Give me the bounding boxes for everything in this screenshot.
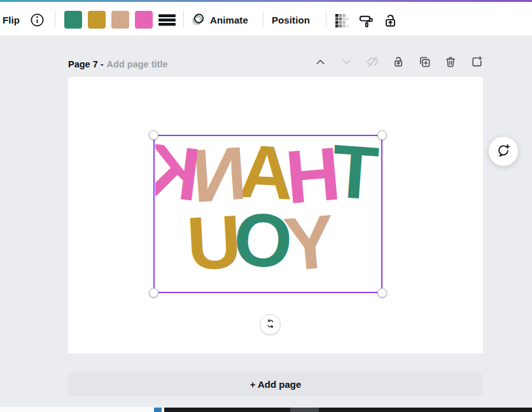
color-swatch[interactable] bbox=[111, 11, 129, 29]
add-page-icon bbox=[470, 55, 484, 71]
add-page-button[interactable]: + Add page bbox=[68, 373, 483, 396]
add-page-icon-button[interactable] bbox=[470, 57, 483, 69]
comment-add-icon bbox=[496, 143, 511, 160]
background-window-segment bbox=[290, 408, 319, 412]
artwork-letter: Y bbox=[290, 206, 338, 279]
page-header: Page 7 - Add page title bbox=[68, 56, 483, 72]
info-button[interactable] bbox=[29, 12, 45, 28]
info-icon bbox=[30, 13, 45, 27]
eye-off-icon bbox=[366, 55, 379, 71]
move-page-down-button[interactable] bbox=[340, 57, 353, 69]
page-number-label: Page 7 - bbox=[68, 59, 104, 69]
flip-button[interactable]: Flip bbox=[3, 11, 20, 29]
toolbar-divider bbox=[263, 10, 263, 28]
trash-icon bbox=[444, 55, 457, 71]
rotate-handle[interactable] bbox=[260, 314, 281, 335]
resize-handle-bottom-left[interactable] bbox=[149, 288, 158, 298]
paint-roller-icon bbox=[358, 13, 374, 29]
lock-open-icon bbox=[392, 55, 405, 71]
flip-button-label: Flip bbox=[3, 15, 20, 25]
background-window-bar bbox=[164, 408, 532, 412]
lock-page-button[interactable] bbox=[392, 57, 405, 69]
toolbar-divider bbox=[326, 10, 326, 28]
position-button[interactable]: Position bbox=[272, 11, 310, 29]
toolbar-divider bbox=[55, 10, 55, 28]
animate-button-label: Animate bbox=[210, 15, 248, 25]
selected-element[interactable]: THANK YOU bbox=[153, 135, 382, 293]
add-comment-button[interactable] bbox=[489, 137, 518, 166]
toolbar-divider bbox=[183, 10, 184, 28]
color-swatch[interactable] bbox=[88, 11, 106, 29]
page-title-input[interactable]: Add page title bbox=[107, 59, 168, 69]
artwork-letter: U bbox=[193, 207, 243, 278]
color-swatch[interactable] bbox=[135, 11, 153, 29]
resize-handle-top-right[interactable] bbox=[377, 130, 387, 140]
animate-button[interactable]: Animate bbox=[190, 10, 248, 29]
rotate-icon bbox=[265, 318, 276, 331]
artwork-letter: K bbox=[155, 137, 204, 210]
duplicate-page-icon bbox=[418, 55, 431, 71]
artwork-line2: YOU bbox=[155, 208, 381, 278]
delete-page-button[interactable] bbox=[444, 57, 457, 69]
canva-editor: Flip bbox=[0, 0, 532, 412]
paint-roller-button[interactable] bbox=[358, 13, 374, 29]
artwork-line1: THANK bbox=[155, 137, 381, 208]
element-toolbar: Flip bbox=[0, 2, 532, 36]
color-swatch[interactable] bbox=[64, 11, 82, 29]
page-controls bbox=[314, 57, 483, 69]
position-button-label: Position bbox=[272, 15, 310, 25]
artwork-letter: O bbox=[239, 204, 295, 277]
thank-you-artwork: THANK YOU bbox=[155, 137, 381, 291]
stroke-weight-icon bbox=[158, 13, 176, 27]
artwork-letter: T bbox=[337, 137, 381, 209]
chevron-up-icon bbox=[314, 56, 326, 70]
animate-icon bbox=[190, 11, 206, 29]
lock-open-icon bbox=[382, 13, 398, 29]
hide-page-button[interactable] bbox=[366, 57, 379, 69]
transparency-button[interactable] bbox=[335, 13, 350, 29]
duplicate-page-button[interactable] bbox=[418, 57, 431, 69]
stroke-weight-button[interactable] bbox=[158, 12, 176, 28]
move-page-up-button[interactable] bbox=[314, 57, 326, 69]
color-swatches bbox=[64, 11, 153, 29]
chevron-down-icon bbox=[340, 56, 353, 70]
design-page[interactable]: THANK YOU bbox=[68, 77, 483, 354]
background-window-accent bbox=[154, 408, 162, 412]
resize-handle-bottom-right[interactable] bbox=[377, 288, 387, 298]
transparency-icon bbox=[335, 14, 349, 28]
resize-handle-top-left[interactable] bbox=[149, 130, 158, 140]
lock-button[interactable] bbox=[382, 12, 398, 29]
